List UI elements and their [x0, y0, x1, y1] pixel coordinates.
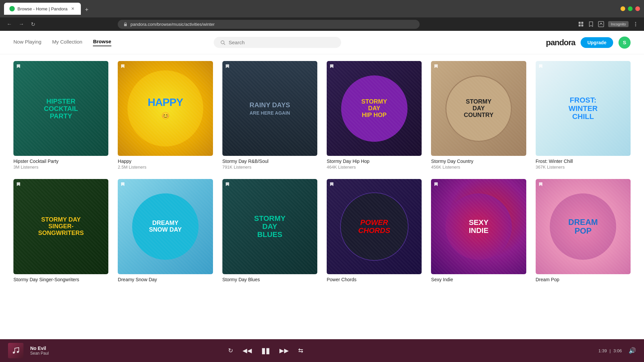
maximize-button[interactable] [628, 6, 633, 11]
station-listeners: 791K Listeners [222, 165, 317, 170]
station-name: Dreamy Snow Day [118, 277, 213, 282]
bookmark-icon[interactable] [120, 64, 125, 69]
bookmark-icon[interactable] [538, 182, 543, 187]
minimize-button[interactable] [621, 6, 625, 11]
nav-links: Now Playing My Collection Browse [13, 39, 111, 46]
station-card[interactable]: PowerChordsPower Chords [327, 179, 422, 282]
shuffle-button[interactable]: ⇆ [298, 347, 303, 354]
station-name: Power Chords [327, 277, 422, 282]
tab-title: Browse - Home | Pandora [17, 6, 67, 11]
station-name: Stormy Day Singer-Songwriters [13, 277, 108, 282]
station-card[interactable]: STORMYDAYCOUNTRYStormy Day Country456K L… [431, 61, 526, 170]
station-card[interactable]: HipsterCocktailPartyHipster Cocktail Par… [13, 61, 108, 170]
station-card[interactable]: RAINY DAYSARE HERE AGAINStormy Day R&B/S… [222, 61, 317, 170]
station-art: STORMYDAYHIP HOP [327, 61, 422, 156]
svg-point-0 [10, 7, 14, 10]
station-listeners: 3M Listeners [13, 165, 108, 170]
browse-link[interactable]: Browse [93, 39, 111, 46]
svg-rect-5 [581, 24, 583, 26]
replay-button[interactable]: ↻ [228, 347, 233, 354]
station-card[interactable]: HAPPY😊Happy2.5M Listeners [118, 61, 213, 170]
station-grid-row1: HipsterCocktailPartyHipster Cocktail Par… [13, 61, 631, 170]
bookmark-icon[interactable] [225, 64, 230, 69]
station-art: STORMYDAYBLUES [222, 179, 317, 274]
user-avatar[interactable]: S [619, 37, 631, 49]
address-bar: ← → ↻ pandora.com/browse/music/activitie… [0, 17, 644, 31]
station-name: Sexy Indie [431, 277, 526, 282]
bookmark-icon[interactable] [16, 182, 21, 187]
player-bar: No Evil Sean Paul ↻ ◀◀ ▮▮ ▶▶ ⇆ 1:39 | 3:… [0, 339, 644, 362]
content-area: HipsterCocktailPartyHipster Cocktail Par… [0, 54, 644, 339]
incognito-badge: Incognito [608, 21, 629, 27]
player-track-title: No Evil [30, 346, 77, 351]
bookmark-icon[interactable] [538, 64, 543, 69]
station-name: Hipster Cocktail Party [13, 159, 108, 164]
reload-button[interactable]: ↻ [30, 20, 37, 29]
svg-point-10 [635, 25, 636, 26]
forward-button[interactable]: → [17, 20, 25, 28]
svg-point-7 [600, 23, 602, 24]
prev-button[interactable]: ◀◀ [243, 347, 252, 354]
new-tab-button[interactable]: + [82, 5, 91, 15]
browser-tabs: Browse - Home | Pandora ✕ + [4, 3, 618, 15]
station-listeners: 464K Listeners [327, 165, 422, 170]
search-input[interactable] [229, 40, 334, 45]
svg-rect-3 [581, 22, 583, 24]
thumb-image [8, 343, 23, 358]
station-art: STORMY DAYSINGER-SONGWRITERS [13, 179, 108, 274]
profile-icon[interactable] [598, 21, 604, 27]
pause-button[interactable]: ▮▮ [261, 346, 270, 355]
menu-icon[interactable] [633, 21, 639, 27]
station-grid-row2: STORMY DAYSINGER-SONGWRITERSStormy Day S… [13, 179, 631, 282]
svg-point-13 [13, 352, 15, 354]
extensions-icon[interactable] [578, 21, 584, 27]
station-art: SEXYINDIE [431, 179, 526, 274]
station-card[interactable]: DREAMPOPDream Pop [536, 179, 631, 282]
upgrade-button[interactable]: Upgrade [581, 37, 613, 48]
station-card[interactable]: STORMY DAYSINGER-SONGWRITERSStormy Day S… [13, 179, 108, 282]
url-text: pandora.com/browse/music/activities/wint… [130, 22, 215, 27]
svg-line-12 [224, 43, 225, 45]
station-name: Stormy Day Blues [222, 277, 317, 282]
station-card[interactable]: SEXYINDIESexy Indie [431, 179, 526, 282]
next-button[interactable]: ▶▶ [279, 347, 289, 354]
bookmark-icon[interactable] [329, 64, 334, 69]
main-app: Now Playing My Collection Browse pandora… [0, 31, 644, 339]
tab-favicon [9, 6, 15, 11]
bookmark-icon[interactable] [120, 182, 125, 187]
search-bar[interactable] [214, 37, 341, 48]
active-tab[interactable]: Browse - Home | Pandora ✕ [4, 3, 81, 15]
station-name: Dream Pop [536, 277, 631, 282]
volume-button[interactable]: 🔊 [629, 347, 636, 354]
bookmark-icon[interactable] [16, 64, 21, 69]
url-bar[interactable]: pandora.com/browse/music/activities/wint… [118, 20, 420, 29]
window-controls [621, 6, 640, 11]
bookmark-icon[interactable] [329, 182, 334, 187]
player-artist-name: Sean Paul [30, 351, 77, 356]
station-card[interactable]: DREAMYSNOW DAYDreamy Snow Day [118, 179, 213, 282]
now-playing-link[interactable]: Now Playing [13, 39, 41, 46]
station-art: RAINY DAYSARE HERE AGAIN [222, 61, 317, 156]
back-button[interactable]: ← [5, 20, 13, 28]
station-card[interactable]: STORMYDAYBLUESStormy Day Blues [222, 179, 317, 282]
station-card[interactable]: FROST:WINTERCHILLFrost: Winter Chill367K… [536, 61, 631, 170]
bookmark-icon[interactable] [225, 182, 230, 187]
svg-point-9 [635, 24, 636, 25]
tab-close-button[interactable]: ✕ [70, 6, 75, 11]
lock-icon [123, 22, 128, 26]
close-button[interactable] [635, 6, 640, 11]
svg-rect-2 [579, 22, 581, 24]
station-listeners: 456K Listeners [431, 165, 526, 170]
station-art: PowerChords [327, 179, 422, 274]
station-art: HAPPY😊 [118, 61, 213, 156]
station-listeners: 367K Listeners [536, 165, 631, 170]
player-thumbnail [8, 343, 23, 358]
bookmark-icon[interactable] [434, 64, 438, 69]
music-note-icon [12, 347, 20, 355]
station-art: DREAMYSNOW DAY [118, 179, 213, 274]
bookmark-icon[interactable] [434, 182, 438, 187]
my-collection-link[interactable]: My Collection [52, 39, 82, 46]
bookmark-icon[interactable] [588, 21, 594, 27]
station-card[interactable]: STORMYDAYHIP HOPStormy Day Hip Hop464K L… [327, 61, 422, 170]
svg-point-14 [17, 351, 19, 353]
